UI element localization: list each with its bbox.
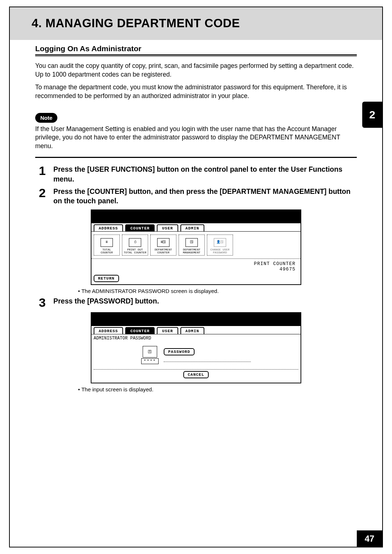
- step-number: 3: [39, 296, 53, 309]
- password-screen: ADDRESS COUNTER USER ADMIN ADMINISTRATOR…: [91, 312, 301, 383]
- counter-screen: ADDRESS COUNTER USER ADMIN ≣TOTAL COUNTE…: [91, 209, 301, 285]
- list-icon: ≣: [101, 238, 113, 247]
- department-management-button[interactable]: ⚿DEPARTMENT MANAGEMENT: [179, 235, 205, 256]
- tab-user[interactable]: USER: [157, 327, 178, 334]
- screen-1-wrap: ADDRESS COUNTER USER ADMIN ≣TOTAL COUNTE…: [10, 209, 382, 285]
- soft-button-row: ≣TOTAL COUNTER ⎙PRINT OUT TOTAL COUNTER …: [91, 232, 235, 258]
- password-area-label: ADMINISTRATOR PASSWORD: [94, 336, 298, 341]
- section-title: Logging On As Administrator: [35, 40, 357, 54]
- return-button[interactable]: RETURN: [94, 275, 119, 282]
- tab-strip: ADDRESS COUNTER USER ADMIN: [91, 326, 301, 334]
- divider: [35, 157, 357, 158]
- chapter-title: 4. MANAGING DEPARTMENT CODE: [10, 7, 382, 30]
- note-badge: Note: [35, 113, 57, 123]
- user-key-icon: 👤⚿: [214, 238, 226, 247]
- screen-titlebar: [91, 210, 301, 223]
- step-3-note: The input screen is displayed.: [82, 386, 357, 392]
- step-2-note: The ADMINISTRATOR PASSWORD screen is dis…: [82, 288, 357, 294]
- step-1: 1 Press the [USER FUNCTIONS] button on t…: [39, 164, 357, 184]
- screen-titlebar: [91, 313, 301, 326]
- password-area: ADMINISTRATOR PASSWORD ⚿ **** PASSWORD C…: [91, 334, 301, 383]
- password-input-line[interactable]: [164, 355, 251, 362]
- return-row: RETURN: [91, 273, 301, 284]
- print-out-total-button[interactable]: ⎙PRINT OUT TOTAL COUNTER: [122, 235, 148, 256]
- tab-admin[interactable]: ADMIN: [180, 327, 204, 334]
- chapter-header: 4. MANAGING DEPARTMENT CODE: [10, 7, 382, 40]
- tab-strip: ADDRESS COUNTER USER ADMIN: [91, 223, 301, 232]
- note-text: If the User Management Setting is enable…: [35, 125, 357, 151]
- print-counter-label: PRINT COUNTER: [91, 261, 295, 266]
- step-2: 2 Press the [COUNTER] button, and then p…: [39, 186, 357, 206]
- change-user-password-button[interactable]: 👤⚿CHANGE USER PASSWORD: [207, 235, 233, 256]
- page-number: 47: [357, 530, 382, 547]
- step-3: 3 Press the [PASSWORD] button.: [39, 296, 357, 309]
- password-value: ****: [141, 358, 159, 364]
- intro-paragraph-2: To manage the department code, you must …: [35, 83, 357, 100]
- step-text: Press the [PASSWORD] button.: [53, 296, 159, 309]
- cancel-row: CANCEL: [94, 369, 298, 380]
- password-row: ⚿ **** PASSWORD: [94, 341, 298, 369]
- section-rule: [35, 54, 357, 57]
- tab-user[interactable]: USER: [157, 224, 178, 231]
- tab-counter[interactable]: COUNTER: [125, 224, 155, 231]
- print-icon: ⎙: [129, 238, 141, 247]
- list-key-icon: ≣⚿: [157, 238, 170, 247]
- tab-counter[interactable]: COUNTER: [125, 327, 155, 334]
- tab-address[interactable]: ADDRESS: [94, 224, 123, 231]
- key-icon: ⚿: [185, 238, 198, 247]
- tab-admin[interactable]: ADMIN: [180, 224, 204, 231]
- screen-2-wrap: ADDRESS COUNTER USER ADMIN ADMINISTRATOR…: [10, 312, 382, 383]
- chapter-tab: 2: [362, 102, 382, 128]
- step-number: 2: [39, 186, 53, 206]
- step-number: 1: [39, 164, 53, 184]
- page-frame: 4. MANAGING DEPARTMENT CODE Logging On A…: [9, 7, 383, 547]
- cancel-button[interactable]: CANCEL: [183, 371, 209, 378]
- tab-address[interactable]: ADDRESS: [94, 327, 123, 334]
- total-counter-button[interactable]: ≣TOTAL COUNTER: [94, 235, 120, 256]
- step-text: Press the [COUNTER] button, and then pre…: [53, 186, 357, 206]
- print-counter-value: 49675: [91, 266, 295, 272]
- department-counter-button[interactable]: ≣⚿DEPARTMENT COUNTER: [150, 235, 176, 256]
- print-counter-block: PRINT COUNTER 49675: [91, 258, 301, 273]
- password-button[interactable]: PASSWORD: [164, 348, 195, 355]
- intro-paragraph-1: You can audit the copy quantity of copy,…: [35, 62, 357, 79]
- step-text: Press the [USER FUNCTIONS] button on the…: [53, 164, 357, 184]
- key-icon: ⚿: [143, 346, 157, 358]
